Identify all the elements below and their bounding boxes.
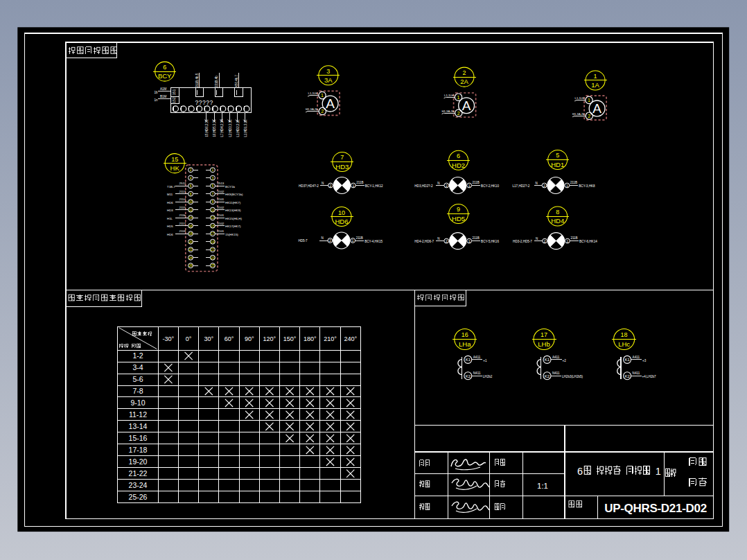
svg-text:10: 10	[338, 209, 345, 216]
svg-text:211B: 211B	[473, 236, 480, 240]
svg-text:15: 15	[211, 225, 215, 228]
svg-text:60°: 60°	[225, 335, 234, 342]
svg-text:211B: 211B	[570, 236, 577, 240]
svg-text:9: 9	[212, 200, 214, 204]
svg-text:HD5-7: HD5-7	[298, 239, 308, 243]
svg-text:90°: 90°	[245, 335, 254, 342]
svg-text:HD3-2,HD5-7: HD3-2,HD5-7	[513, 240, 532, 243]
svg-text:3-4: 3-4	[132, 363, 143, 371]
svg-text:19-20: 19-20	[129, 457, 148, 466]
svg-text:23-24: 23-24	[129, 481, 148, 489]
svg-text:1: 1	[566, 184, 568, 188]
svg-text:1: 1	[352, 184, 354, 188]
svg-text:6: 6	[457, 152, 460, 159]
svg-text:1: 1	[656, 466, 661, 477]
svg-text:BCY-3,HK8: BCY-3,HK8	[579, 184, 595, 188]
svg-text:5: 5	[212, 184, 214, 188]
svg-text:BCY: BCY	[158, 72, 172, 80]
svg-text:N: N	[536, 237, 538, 240]
svg-text:+2: +2	[563, 359, 567, 362]
svg-text:BCY-2,HK10: BCY-2,HK10	[481, 184, 499, 188]
svg-text:211B: 211B	[356, 236, 363, 240]
svg-text:+4,LH2b7: +4,LH2b7	[642, 375, 656, 378]
svg-text:L1;HD1,3,1L: L1;HD1,3,1L	[244, 119, 247, 137]
svg-text:N411: N411	[552, 371, 560, 375]
svg-text:HD4: HD4	[551, 217, 564, 225]
svg-text:120°: 120°	[263, 335, 276, 342]
svg-text:211B: 211B	[570, 181, 577, 184]
svg-text:6: 6	[190, 184, 192, 188]
svg-text:23: 23	[211, 256, 215, 260]
svg-text:HD6: HD6	[167, 233, 173, 236]
svg-text:1: 1	[468, 184, 471, 188]
svg-text:A411: A411	[473, 356, 481, 359]
svg-text:21-22: 21-22	[129, 469, 148, 478]
svg-text:16: 16	[189, 225, 193, 228]
svg-text:151: 151	[172, 89, 176, 96]
svg-text:10: 10	[189, 200, 193, 204]
svg-text:1: 1	[594, 73, 597, 80]
svg-text:15-16: 15-16	[129, 434, 148, 442]
svg-text:K1: K1	[624, 358, 630, 362]
svg-text:2117: 2117	[179, 222, 186, 225]
svg-text:19: 19	[211, 240, 215, 244]
svg-text:LHa: LHa	[459, 340, 471, 348]
svg-text:7: 7	[212, 193, 214, 196]
svg-text:2A: 2A	[460, 78, 468, 85]
svg-text:BCY-4,HK15: BCY-4,HK15	[364, 240, 383, 243]
svg-text:K1: K1	[545, 358, 550, 362]
svg-text:22: 22	[189, 248, 193, 252]
svg-text:16: 16	[462, 331, 468, 338]
svg-text:17: 17	[211, 232, 215, 236]
svg-text:?????: ?????	[195, 99, 213, 106]
svg-text:HD3,HD2?-2: HD3,HD2?-2	[414, 184, 433, 188]
svg-text:2: 2	[190, 168, 192, 172]
svg-text:A: A	[462, 98, 471, 113]
svg-text:9-10: 9-10	[130, 399, 145, 407]
svg-text:1: 1	[352, 238, 354, 243]
svg-text:211B: 211B	[356, 181, 363, 184]
svg-text:N: N	[322, 182, 324, 185]
svg-text:L1,1LH: L1,1LH	[575, 96, 585, 100]
svg-text:HD6: HD6	[335, 218, 348, 225]
svg-text:3: 3	[326, 68, 330, 75]
svg-text:HD3?,HD4?-2: HD3?,HD4?-2	[299, 184, 319, 188]
svg-text:1n: 1n	[155, 98, 159, 102]
svg-text:18: 18	[621, 331, 628, 338]
svg-text:LHb: LHb	[538, 340, 550, 348]
svg-text:L2;HD3,3,3L: L2;HD3,3,3L	[229, 119, 232, 137]
svg-text:BCY1b: BCY1b	[225, 185, 235, 189]
svg-text:1:1: 1:1	[537, 482, 548, 490]
svg-text:HK13(HK9): HK13(HK9)	[225, 209, 241, 212]
svg-text:2113: 2113	[179, 190, 186, 193]
svg-text:15;HD6,2,31: 15;HD6,2,31	[205, 119, 209, 137]
svg-text:2101: 2101	[218, 213, 225, 217]
svg-text:8: 8	[556, 209, 559, 216]
svg-text:150°: 150°	[283, 335, 297, 342]
svg-text:7: 7	[340, 154, 344, 161]
svg-text:6: 6	[577, 466, 583, 477]
svg-text:HD5: HD5	[452, 215, 465, 222]
svg-text:1: 1	[567, 239, 569, 243]
svg-text:26: 26	[189, 264, 193, 268]
svg-text:K2: K2	[624, 374, 630, 378]
svg-text:152: 152	[172, 97, 176, 103]
svg-text:8: 8	[190, 193, 192, 196]
svg-text:A411: A411	[552, 356, 560, 359]
svg-text:N411: N411	[473, 371, 481, 375]
svg-text:+1: +1	[483, 359, 487, 362]
svg-text:A: A	[326, 96, 335, 111]
svg-text:K1: K1	[466, 358, 471, 362]
svg-text:2102: 2102	[218, 206, 225, 209]
svg-text:N: N	[437, 237, 439, 240]
svg-text:HK: HK	[170, 164, 180, 172]
svg-text:+3: +3	[642, 359, 647, 362]
svg-text:HK11(HK7): HK11(HK7)	[225, 201, 241, 204]
svg-text:5: 5	[556, 152, 559, 159]
svg-text:HD3: HD3	[335, 163, 349, 170]
svg-text:2101: 2101	[218, 198, 225, 201]
svg-text:12: 12	[189, 209, 193, 212]
svg-text:A: A	[592, 101, 601, 116]
svg-text:2512: 2512	[179, 182, 186, 185]
svg-text:211B,4b,5: 211B,4b,5	[195, 73, 199, 87]
